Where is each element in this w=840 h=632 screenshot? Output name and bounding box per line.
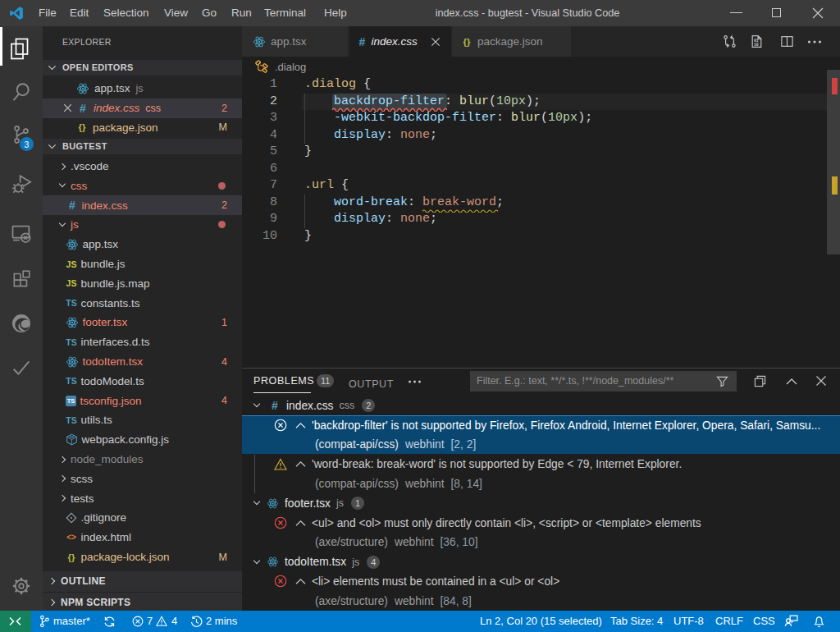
svg-text:10: 10	[753, 43, 758, 47]
